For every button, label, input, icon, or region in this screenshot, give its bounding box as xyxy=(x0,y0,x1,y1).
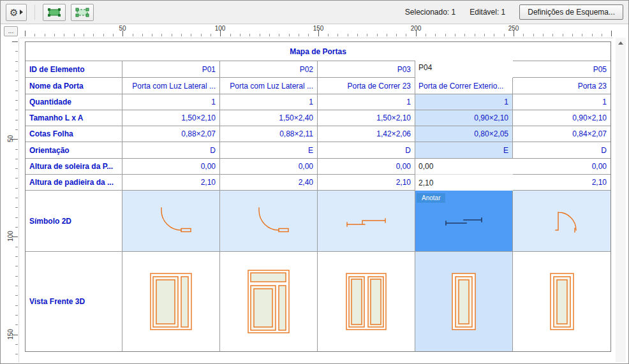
schedule-title: Mapa de Portas xyxy=(26,42,610,61)
cell-nome-p04[interactable]: Porta de Correr Exterio... xyxy=(415,78,513,94)
cell-padieira-p01[interactable]: 2,10 xyxy=(122,175,220,191)
scroll-up-button[interactable] xyxy=(616,38,626,48)
cell-tamanho-p04[interactable]: 0,90×2,10 xyxy=(415,110,513,126)
cell-simbolo-p03[interactable] xyxy=(318,191,415,252)
cell-simbolo-p01[interactable] xyxy=(122,191,220,252)
toolbar-separator xyxy=(34,4,35,20)
cell-tamanho-p01[interactable]: 1,50×2,10 xyxy=(122,110,220,126)
row-label-quantidade: Quantidade xyxy=(26,94,122,110)
schedule-settings-button[interactable]: ⚙ xyxy=(6,4,27,21)
ruler-options-button[interactable]: ... xyxy=(4,26,18,36)
row-label-cotas: Cotas Folha xyxy=(26,126,122,142)
cell-cotas-p05[interactable]: 0,84×2,07 xyxy=(513,126,610,142)
door-schedule-table: Mapa de Portas ID de Elemento P01 P02 P0… xyxy=(25,41,611,352)
cell-id-p05[interactable]: P05 xyxy=(513,61,610,78)
cell-id-p03[interactable]: P03 xyxy=(318,61,415,78)
cell-padieira-p02[interactable]: 2,40 xyxy=(220,175,318,191)
cell-id-p01[interactable]: P01 xyxy=(122,61,220,78)
annotate-button[interactable]: Anotar xyxy=(417,193,445,203)
cell-nome-p01[interactable]: Porta com Luz Lateral ... xyxy=(122,78,220,94)
green-selection-icon xyxy=(47,7,62,18)
cell-tamanho-p02[interactable]: 1,50×2,40 xyxy=(220,110,318,126)
cell-simbolo-p02[interactable] xyxy=(220,191,318,252)
cell-tamanho-p05[interactable]: 0,90×2,10 xyxy=(513,110,610,126)
cell-vista-p01[interactable] xyxy=(122,252,220,351)
swing-door-2d-symbol xyxy=(246,205,292,237)
cell-soleira-p01[interactable]: 0,00 xyxy=(122,159,220,175)
cell-qtd-p02[interactable]: 1 xyxy=(220,94,318,110)
cell-orientacao-p02[interactable]: E xyxy=(220,142,318,159)
ruler-label: 150 xyxy=(7,328,14,342)
ruler-label: 200 xyxy=(411,25,422,32)
toolbar-right-group: Selecionado: 1 Editável: 1 Definições de… xyxy=(405,4,623,20)
cell-vista-p02[interactable] xyxy=(220,252,318,351)
scheme-settings-button[interactable]: Definições de Esquema... xyxy=(519,4,623,20)
archicad-door-schedule-window: ⚙ Selecionado: 1 Editável: 1 xyxy=(0,0,629,364)
cell-vista-p05[interactable] xyxy=(513,252,610,351)
row-label-padieira: Altura de padieira da ... xyxy=(26,175,122,191)
swing-door-2d-symbol xyxy=(543,206,581,237)
row-label-id: ID de Elemento xyxy=(26,61,122,78)
sliding-door-2d-symbol-selected xyxy=(440,208,488,234)
ruler-label: 100 xyxy=(7,229,14,244)
status-editable: Editável: 1 xyxy=(470,8,505,17)
cell-simbolo-p05[interactable] xyxy=(513,191,610,252)
cell-cotas-p03[interactable]: 1,42×2,06 xyxy=(318,126,415,142)
cell-vista-p04[interactable] xyxy=(415,252,513,351)
edit-field-soleira-p04[interactable]: 0,00 xyxy=(415,159,513,175)
edit-items-button[interactable] xyxy=(71,4,94,21)
cell-qtd-p04[interactable]: 1 xyxy=(415,94,513,110)
cell-padieira-p05[interactable]: 2,10 xyxy=(513,175,610,191)
cell-id-p02[interactable]: P02 xyxy=(220,61,318,78)
vertical-scrollbar[interactable] xyxy=(616,38,626,362)
gear-icon: ⚙ xyxy=(10,8,18,17)
toolbar: ⚙ Selecionado: 1 Editável: 1 xyxy=(1,1,628,24)
door-with-sidelight-transom-front-view xyxy=(248,270,290,333)
ruler-label: 50 xyxy=(119,25,126,32)
ruler-label: 150 xyxy=(313,25,324,32)
ruler-label: 100 xyxy=(215,25,226,32)
edit-field-id-p04[interactable]: P04 xyxy=(415,57,513,78)
highlight-items-button[interactable] xyxy=(43,4,66,21)
cell-soleira-p03[interactable]: 0,00 xyxy=(318,159,415,175)
cell-padieira-p03[interactable]: 2,10 xyxy=(318,175,415,191)
row-label-nome: Nome da Porta xyxy=(26,78,122,94)
row-label-orientacao: Orientação xyxy=(26,142,122,159)
cell-orientacao-p03[interactable]: D xyxy=(318,142,415,159)
cell-orientacao-p04[interactable]: E xyxy=(415,142,513,159)
cell-orientacao-p01[interactable]: D xyxy=(122,142,220,159)
double-sliding-door-front-view xyxy=(346,273,387,330)
row-label-tamanho: Tamanho L x A xyxy=(26,110,122,126)
single-door-front-view xyxy=(550,273,574,330)
dropdown-arrow-icon xyxy=(20,10,23,15)
row-label-simbolo-2d: Símbolo 2D xyxy=(26,191,122,252)
sliding-door-2d-symbol xyxy=(342,208,390,234)
edit-field-padieira-p04[interactable]: 2,10 xyxy=(415,175,513,191)
cell-nome-p03[interactable]: Porta de Correr 23 xyxy=(318,78,415,94)
cell-cotas-p01[interactable]: 0,88×2,07 xyxy=(122,126,220,142)
cell-soleira-p02[interactable]: 0,00 xyxy=(220,159,318,175)
cell-tamanho-p03[interactable]: 1,50×2,10 xyxy=(318,110,415,126)
door-with-sidelight-front-view xyxy=(150,273,192,330)
cell-qtd-p01[interactable]: 1 xyxy=(122,94,220,110)
cell-nome-p02[interactable]: Porta com Luz Lateral ... xyxy=(220,78,318,94)
edit-fields-alturas-p04: 0,00 2,10 xyxy=(415,159,513,191)
ruler-label: 250 xyxy=(508,25,519,32)
cell-soleira-p05[interactable]: 0,00 xyxy=(513,159,610,175)
single-door-front-view xyxy=(452,273,476,330)
up-arrow-icon xyxy=(618,41,623,45)
cell-orientacao-p05[interactable]: D xyxy=(513,142,610,159)
status-selected: Selecionado: 1 xyxy=(405,8,455,17)
cell-nome-p05[interactable]: Porta 23 xyxy=(513,78,610,94)
green-selection-outline-icon xyxy=(75,7,90,18)
cell-cotas-p04[interactable]: 0,80×2,05 xyxy=(415,126,513,142)
row-label-soleira: Altura de soleira da P... xyxy=(26,159,122,175)
row-label-vista-frente-3d: Vista Frente 3D xyxy=(26,252,122,351)
ruler-major-ticks xyxy=(12,41,18,363)
cell-qtd-p05[interactable]: 1 xyxy=(513,94,610,110)
cell-qtd-p03[interactable]: 1 xyxy=(318,94,415,110)
horizontal-ruler: 50 100 150 200 250 xyxy=(20,24,613,38)
cell-vista-p03[interactable] xyxy=(318,252,415,351)
vertical-ruler: 50 100 150 xyxy=(3,38,19,363)
cell-cotas-p02[interactable]: 0,88×2,11 xyxy=(220,126,318,142)
